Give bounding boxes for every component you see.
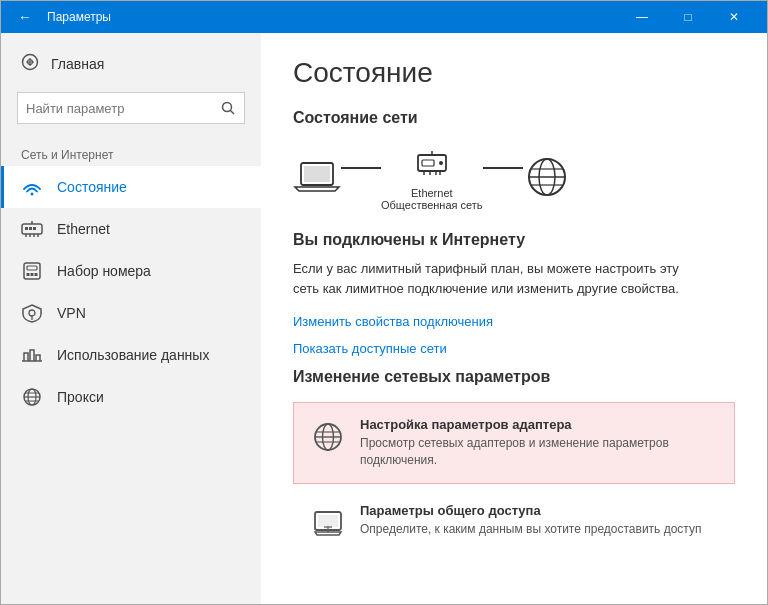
sidebar-item-vpn-label: VPN [57,305,86,321]
page-title: Состояние [293,57,735,89]
home-label: Главная [51,56,104,72]
ethernet-label: Ethernet Общественная сеть [381,187,483,211]
svg-rect-22 [304,166,330,182]
laptop-icon [293,157,341,197]
adapter-card-desc: Просмотр сетевых адаптеров и изменение п… [360,435,718,469]
svg-rect-13 [35,273,38,276]
sidebar-item-ethernet[interactable]: Ethernet [1,208,261,250]
globe-node [523,157,571,197]
sharing-card-desc: Определите, к каким данным вы хотите пре… [360,521,701,538]
svg-rect-8 [33,227,36,230]
network-section-title: Состояние сети [293,109,735,127]
link-show-networks[interactable]: Показать доступные сети [293,341,735,356]
main-content: Состояние Состояние сети [261,33,767,604]
sidebar-item-data-usage-label: Использование данных [57,347,209,363]
sharing-card-title: Параметры общего доступа [360,503,701,518]
dialup-icon [21,260,43,282]
laptop-node [293,157,341,197]
sidebar-item-status-label: Состояние [57,179,127,195]
adapter-icon [310,419,346,455]
link-change-properties[interactable]: Изменить свойства подключения [293,314,735,329]
router-icon [408,143,456,183]
sidebar-item-vpn[interactable]: VPN [1,292,261,334]
data-usage-icon [21,344,43,366]
svg-point-14 [29,310,35,316]
svg-point-4 [31,193,34,196]
proxy-icon [21,386,43,408]
close-button[interactable]: ✕ [711,1,757,33]
line-1 [341,167,381,169]
app-content: Главная Сеть и Интернет [1,33,767,604]
network-diagram: Ethernet Общественная сеть [293,143,735,211]
sidebar-item-status[interactable]: Состояние [1,166,261,208]
connected-desc: Если у вас лимитный тарифный план, вы мо… [293,259,683,298]
adapter-settings-card[interactable]: Настройка параметров адаптера Просмотр с… [293,402,735,484]
svg-rect-9 [24,263,40,279]
sidebar-home-button[interactable]: Главная [1,43,261,84]
sidebar-item-proxy-label: Прокси [57,389,104,405]
sharing-settings-card[interactable]: Параметры общего доступа Определите, к к… [293,488,735,556]
change-section-title: Изменение сетевых параметров [293,368,735,386]
sidebar-item-data-usage[interactable]: Использование данных [1,334,261,376]
status-icon [21,176,43,198]
search-input[interactable] [18,101,212,116]
svg-rect-37 [318,515,338,527]
window-controls: — □ ✕ [619,1,757,33]
titlebar: ← Параметры — □ ✕ [1,1,767,33]
sidebar: Главная Сеть и Интернет [1,33,261,604]
search-box[interactable] [17,92,245,124]
adapter-card-text: Настройка параметров адаптера Просмотр с… [360,417,718,469]
sidebar-item-dialup-label: Набор номера [57,263,151,279]
home-icon [21,53,39,74]
globe-icon [523,157,571,197]
app-window: ← Параметры — □ ✕ Главная [0,0,768,605]
svg-point-2 [223,103,232,112]
back-button[interactable]: ← [11,3,39,31]
svg-rect-11 [27,273,30,276]
connected-title: Вы подключены к Интернету [293,231,735,249]
minimize-button[interactable]: — [619,1,665,33]
sharing-icon [310,505,346,541]
svg-rect-7 [29,227,32,230]
svg-rect-10 [27,266,37,270]
sidebar-item-dialup[interactable]: Набор номера [1,250,261,292]
sidebar-item-ethernet-label: Ethernet [57,221,110,237]
maximize-button[interactable]: □ [665,1,711,33]
svg-point-24 [439,161,443,165]
sidebar-section-label: Сеть и Интернет [1,140,261,166]
sidebar-item-proxy[interactable]: Прокси [1,376,261,418]
vpn-icon [21,302,43,324]
search-icon[interactable] [212,92,244,124]
svg-rect-25 [422,160,434,166]
svg-rect-12 [31,273,34,276]
window-title: Параметры [47,10,619,24]
svg-line-3 [231,111,235,115]
ethernet-icon [21,218,43,240]
sharing-card-text: Параметры общего доступа Определите, к к… [360,503,701,538]
svg-rect-6 [25,227,28,230]
adapter-card-title: Настройка параметров адаптера [360,417,718,432]
router-node: Ethernet Общественная сеть [381,143,483,211]
line-2 [483,167,523,169]
